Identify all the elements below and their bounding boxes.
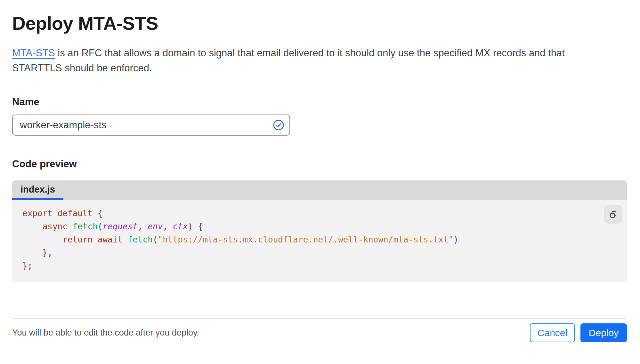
code-line: }, bbox=[22, 246, 616, 259]
name-input[interactable] bbox=[12, 115, 290, 136]
name-label: Name bbox=[12, 96, 627, 108]
page-title: Deploy MTA-STS bbox=[12, 12, 627, 35]
footer-actions: Cancel Deploy bbox=[530, 323, 627, 342]
tab-indexjs[interactable]: index.js bbox=[12, 180, 63, 200]
code-line: async fetch(request, env, ctx) { bbox=[22, 220, 616, 233]
code-line: export default { bbox=[22, 207, 616, 220]
copy-icon bbox=[609, 210, 618, 219]
footer-divider bbox=[12, 318, 627, 319]
code-line: return await fetch("https://mta-sts.mx.c… bbox=[22, 233, 616, 246]
code-editor: index.js export default { async fetch(re… bbox=[12, 180, 627, 282]
copy-button[interactable] bbox=[604, 205, 622, 224]
description-text: is an RFC that allows a domain to signal… bbox=[12, 47, 565, 74]
check-circle-icon bbox=[273, 119, 284, 131]
cancel-button[interactable]: Cancel bbox=[530, 323, 575, 342]
mta-sts-link[interactable]: MTA-STS bbox=[12, 47, 55, 59]
code-tabbar: index.js bbox=[12, 180, 627, 200]
code-preview-section: Code preview index.js export default { a… bbox=[12, 158, 627, 282]
footer-note: You will be able to edit the code after … bbox=[12, 328, 199, 338]
deploy-mta-sts-page: Deploy MTA-STS MTA-STS is an RFC that al… bbox=[0, 0, 640, 342]
tab-indexjs-label: index.js bbox=[20, 184, 55, 195]
code-line: }; bbox=[22, 259, 616, 273]
name-input-wrapper bbox=[12, 115, 290, 136]
code-lines: export default { async fetch(request, en… bbox=[22, 207, 616, 273]
code-preview-label: Code preview bbox=[12, 158, 627, 170]
deploy-button[interactable]: Deploy bbox=[580, 323, 627, 342]
footer: You will be able to edit the code after … bbox=[12, 323, 627, 342]
name-section: Name bbox=[12, 96, 627, 136]
code-area: export default { async fetch(request, en… bbox=[12, 200, 627, 282]
description: MTA-STS is an RFC that allows a domain t… bbox=[12, 45, 614, 75]
